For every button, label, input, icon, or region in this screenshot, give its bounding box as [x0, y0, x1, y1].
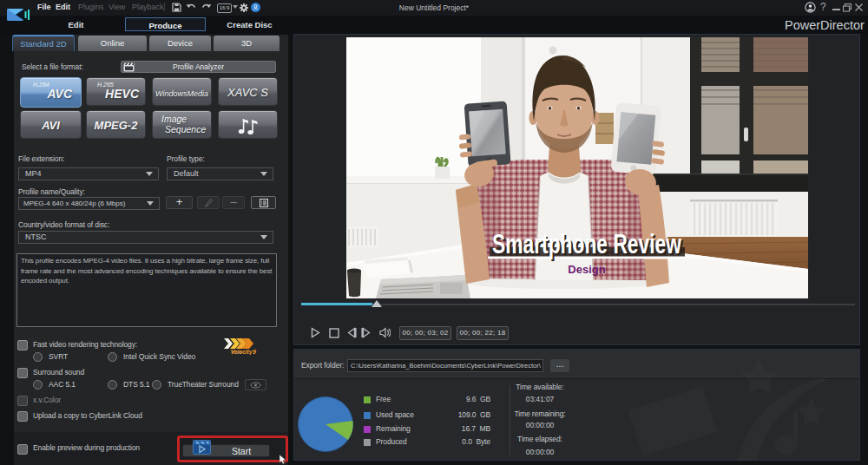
svg-text:Smartphone Review: Smartphone Review: [492, 229, 682, 259]
svg-text:Velocity: Velocity: [231, 349, 253, 355]
svg-text:9: 9: [253, 349, 256, 355]
svg-text:Design: Design: [568, 263, 605, 276]
